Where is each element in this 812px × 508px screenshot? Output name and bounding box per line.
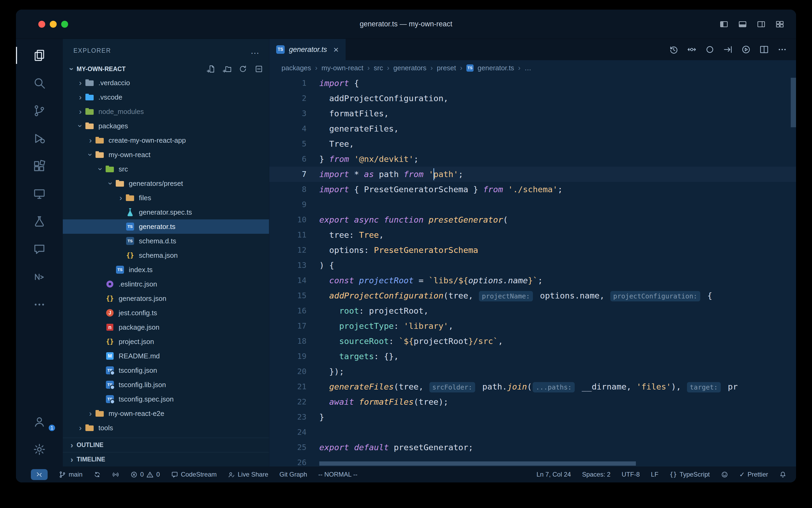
git-branch-status[interactable]: main <box>59 471 83 478</box>
problems-status[interactable]: 0 0 <box>130 471 160 478</box>
split-editor-icon[interactable] <box>759 45 769 54</box>
code-line-12[interactable]: 12 options: PresetGeneratorSchema <box>269 243 796 258</box>
eol-status[interactable]: LF <box>651 471 659 478</box>
broadcast-status[interactable] <box>112 471 119 478</box>
tree-item-jest.config.ts[interactable]: jest.config.ts <box>63 306 269 320</box>
code-line-22[interactable]: 22 await formatFiles(tree); <box>269 394 796 410</box>
code-line-8[interactable]: 8import { PresetGeneratorSchema } from '… <box>269 182 796 197</box>
customize-layout-icon[interactable] <box>775 20 784 29</box>
code-line-21[interactable]: 21 generateFiles(tree, srcFolder: path.j… <box>269 379 796 394</box>
tree-item-tsconfig.spec.json[interactable]: tsconfig.spec.json <box>63 392 269 406</box>
code-line-23[interactable]: 23} <box>269 410 796 425</box>
source-control-activity-button[interactable] <box>16 97 63 125</box>
accounts-button[interactable]: 1 <box>16 408 63 435</box>
tree-item-src[interactable]: src <box>63 162 269 176</box>
tree-item-.eslintrc.json[interactable]: .eslintrc.json <box>63 277 269 291</box>
zoom-window-button[interactable] <box>61 21 68 28</box>
breadcrumb-symbols[interactable]: … <box>524 64 531 72</box>
prettier-status[interactable]: Prettier <box>739 471 768 478</box>
outline-section-header[interactable]: OUTLINE <box>63 438 269 452</box>
open-changes-icon[interactable] <box>687 45 697 54</box>
search-activity-button[interactable] <box>16 69 63 97</box>
tree-item-generators/preset[interactable]: generators/preset <box>63 176 269 190</box>
tree-item-packages[interactable]: packages <box>63 119 269 133</box>
breadcrumb-preset[interactable]: preset <box>437 64 456 72</box>
tab-generator-ts[interactable]: TS generator.ts <box>269 39 346 60</box>
timeline-section-header[interactable]: TIMELINE <box>63 452 269 466</box>
minimize-window-button[interactable] <box>50 21 57 28</box>
tree-item-index.ts[interactable]: index.ts <box>63 262 269 277</box>
tree-item-project.json[interactable]: project.json <box>63 334 269 349</box>
new-file-icon[interactable] <box>207 65 215 73</box>
tree-item-tsconfig.lib.json[interactable]: tsconfig.lib.json <box>63 378 269 392</box>
code-line-13[interactable]: 13) { <box>269 258 796 273</box>
code-line-1[interactable]: 1import { <box>269 76 796 91</box>
toggle-sidebar-icon[interactable] <box>719 20 728 29</box>
code-line-2[interactable]: 2 addProjectConfiguration, <box>269 91 796 106</box>
encoding-status[interactable]: UTF-8 <box>622 471 640 478</box>
breadcrumb-my-own-react[interactable]: my-own-react <box>321 64 363 72</box>
vertical-scrollbar[interactable] <box>791 78 796 127</box>
live-share-status[interactable]: Live Share <box>228 471 268 478</box>
codestream-activity-button[interactable] <box>16 236 63 263</box>
code-line-9[interactable]: 9 <box>269 197 796 212</box>
feedback-status[interactable] <box>721 471 728 478</box>
codestream-status[interactable]: CodeStream <box>171 471 217 478</box>
tree-item-tsconfig.json[interactable]: tsconfig.json <box>63 363 269 378</box>
breadcrumb-packages[interactable]: packages <box>282 64 311 72</box>
vim-mode-status[interactable]: -- NORMAL -- <box>318 471 357 478</box>
code-line-6[interactable]: 6} from '@nx/devkit'; <box>269 152 796 167</box>
git-graph-status[interactable]: Git Graph <box>279 471 307 478</box>
run-debug-activity-button[interactable] <box>16 125 63 152</box>
circle-icon[interactable] <box>705 45 715 54</box>
notifications-status[interactable] <box>779 471 786 478</box>
tree-item-files[interactable]: files <box>63 190 269 205</box>
tree-item-README.md[interactable]: README.md <box>63 349 269 363</box>
code-line-14[interactable]: 14 const projectRoot = `libs/${options.n… <box>269 273 796 288</box>
testing-activity-button[interactable] <box>16 208 63 236</box>
remote-explorer-activity-button[interactable] <box>16 180 63 208</box>
indentation-status[interactable]: Spaces: 2 <box>582 471 611 478</box>
tree-item-package.json[interactable]: package.json <box>63 320 269 334</box>
code-line-24[interactable]: 24 <box>269 425 796 440</box>
toggle-panel-icon[interactable] <box>738 20 747 29</box>
code-line-11[interactable]: 11 tree: Tree, <box>269 227 796 243</box>
cursor-position-status[interactable]: Ln 7, Col 24 <box>536 471 571 478</box>
more-views-button[interactable] <box>16 291 63 319</box>
code-line-20[interactable]: 20 }); <box>269 364 796 379</box>
refresh-icon[interactable] <box>239 65 247 73</box>
tree-item-.vscode[interactable]: .vscode <box>63 90 269 104</box>
breadcrumb-file[interactable]: generator.ts <box>478 64 514 72</box>
tree-item-tools[interactable]: tools <box>63 421 269 435</box>
tree-item-node_modules[interactable]: node_modules <box>63 104 269 119</box>
code-line-15[interactable]: 15 addProjectConfiguration(tree, project… <box>269 288 796 303</box>
breadcrumb-src[interactable]: src <box>374 64 383 72</box>
language-status[interactable]: TypeScript <box>670 471 710 478</box>
close-window-button[interactable] <box>38 21 45 28</box>
collapse-all-icon[interactable] <box>255 65 263 73</box>
code-line-19[interactable]: 19 targets: {}, <box>269 349 796 364</box>
run-file-icon[interactable] <box>723 45 733 54</box>
titlebar[interactable]: generator.ts — my-own-react <box>16 10 796 39</box>
code-line-17[interactable]: 17 projectType: 'library', <box>269 319 796 334</box>
code-line-5[interactable]: 5 Tree, <box>269 136 796 152</box>
code-line-25[interactable]: 25export default presetGenerator; <box>269 440 796 455</box>
sync-status[interactable] <box>94 471 101 478</box>
code-line-3[interactable]: 3 formatFiles, <box>269 106 796 121</box>
code-line-4[interactable]: 4 generateFiles, <box>269 121 796 136</box>
breadcrumb-generators[interactable]: generators <box>393 64 426 72</box>
code-line-18[interactable]: 18 sourceRoot: `${projectRoot}/src`, <box>269 334 796 349</box>
tree-item-schema.d.ts[interactable]: schema.d.ts <box>63 234 269 248</box>
play-icon[interactable] <box>741 45 751 54</box>
new-folder-icon[interactable] <box>223 65 231 73</box>
code-line-16[interactable]: 16 root: projectRoot, <box>269 303 796 319</box>
tree-item-my-own-react-e2e[interactable]: my-own-react-e2e <box>63 406 269 421</box>
toggle-secondary-sidebar-icon[interactable] <box>757 20 766 29</box>
tree-item-.verdaccio[interactable]: .verdaccio <box>63 76 269 90</box>
explorer-activity-button[interactable] <box>16 42 63 69</box>
tree-item-my-own-react[interactable]: my-own-react <box>63 147 269 162</box>
close-tab-icon[interactable] <box>333 45 339 54</box>
tree-item-generators.json[interactable]: generators.json <box>63 291 269 306</box>
tree-item-generator.spec.ts[interactable]: generator.spec.ts <box>63 205 269 219</box>
project-section-header[interactable]: MY-OWN-REACT <box>63 62 269 76</box>
